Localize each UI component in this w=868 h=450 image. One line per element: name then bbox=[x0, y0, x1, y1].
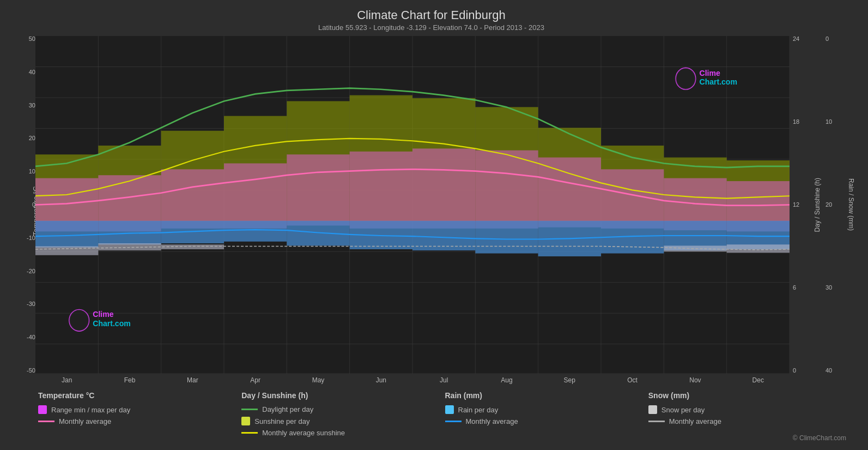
svg-rect-63 bbox=[161, 244, 224, 249]
chart-middle: Temperature °C bbox=[35, 36, 790, 386]
legend-rain-color bbox=[445, 405, 454, 414]
legend-sunshine-bar: Sunshine per day bbox=[241, 417, 445, 425]
legend-snow-title: Snow (mm) bbox=[648, 391, 852, 400]
right-label-rain: Rain / Snow (mm) bbox=[847, 178, 855, 231]
x-tick-sep: Sep bbox=[538, 376, 601, 386]
legend-rain-avg-label: Monthly average bbox=[466, 417, 518, 425]
y-tick-n50: -50 bbox=[27, 368, 35, 374]
legend-rain-bar: Rain per day bbox=[445, 405, 648, 414]
legend-sunshine-color bbox=[241, 417, 250, 425]
y-tick-30: 30 bbox=[29, 103, 35, 109]
x-tick-oct: Oct bbox=[601, 376, 664, 386]
svg-rect-41 bbox=[287, 154, 349, 225]
x-tick-may: May bbox=[287, 376, 349, 386]
svg-point-71 bbox=[676, 68, 695, 89]
chart-subtitle: Latitude 55.923 - Longitude -3.129 - Ele… bbox=[5, 23, 857, 32]
x-tick-jul: Jul bbox=[412, 376, 475, 386]
legend-snow-avg-line bbox=[648, 421, 665, 422]
x-tick-mar: Mar bbox=[161, 376, 224, 386]
main-container: Climate Chart for Edinburgh Latitude 55.… bbox=[0, 0, 868, 450]
legend-daylight-line bbox=[241, 409, 258, 410]
legend-rain: Rain (mm) Rain per day Monthly average bbox=[445, 391, 648, 442]
legend-temp-title: Temperature °C bbox=[38, 391, 241, 400]
legend-rain-avg: Monthly average bbox=[445, 417, 648, 425]
y-tick-50: 50 bbox=[29, 36, 35, 42]
right-rain-tick-10: 10 bbox=[825, 119, 845, 125]
svg-text:Clime: Clime bbox=[700, 68, 720, 77]
svg-rect-40 bbox=[224, 163, 287, 228]
legend-sunshine-avg-line bbox=[241, 432, 258, 434]
y-tick-40: 40 bbox=[29, 69, 35, 75]
legend-daylight-label: Daylight per day bbox=[262, 405, 313, 413]
legend-snow-avg-label: Monthly average bbox=[669, 417, 721, 425]
svg-rect-39 bbox=[161, 169, 224, 229]
y-tick-10: 10 bbox=[29, 169, 35, 175]
svg-rect-52 bbox=[224, 221, 287, 242]
legend-temp-range-color bbox=[38, 405, 47, 414]
legend-temp-range: Range min / max per day bbox=[38, 405, 241, 414]
svg-rect-61 bbox=[35, 247, 98, 255]
legend-rain-avg-line bbox=[445, 421, 462, 422]
right-tick-6: 6 bbox=[793, 285, 811, 291]
y-tick-n20: -20 bbox=[27, 268, 35, 274]
legend-temp-avg-label: Monthly average bbox=[59, 417, 111, 425]
right-rain-tick-40: 40 bbox=[825, 368, 845, 374]
right-tick-24: 24 bbox=[793, 36, 811, 42]
legend-temp-range-label: Range min / max per day bbox=[51, 406, 130, 414]
legend-snow-color bbox=[648, 405, 657, 414]
svg-text:Chart.com: Chart.com bbox=[93, 319, 130, 328]
x-axis: Jan Feb Mar Apr May Jun Jul Aug Sep Oct … bbox=[35, 374, 790, 386]
x-tick-apr: Apr bbox=[224, 376, 287, 386]
legend-rain-label: Rain per day bbox=[458, 406, 499, 414]
legend-snow: Snow (mm) Snow per day Monthly average ©… bbox=[648, 391, 852, 442]
svg-rect-44 bbox=[475, 151, 538, 229]
y-axis-left: 50 40 30 20 10 0 -10 -20 -30 -40 -50 bbox=[5, 36, 35, 386]
legend-temp-avg-line bbox=[38, 421, 54, 422]
chart-area-wrapper: 50 40 30 20 10 0 -10 -20 -30 -40 -50 Tem… bbox=[5, 36, 857, 386]
svg-rect-49 bbox=[35, 221, 98, 248]
legend-snow-label: Snow per day bbox=[661, 406, 705, 414]
svg-rect-45 bbox=[538, 158, 601, 227]
chart-svg: Clime Chart.com Clime Chart.com bbox=[35, 36, 790, 374]
legend: Temperature °C Range min / max per day M… bbox=[5, 386, 857, 445]
right-rain-tick-20: 20 bbox=[825, 202, 845, 208]
legend-sunshine-avg-label: Monthly average sunshine bbox=[262, 429, 345, 437]
right-tick-0: 0 bbox=[793, 368, 811, 374]
legend-sunshine-avg: Monthly average sunshine bbox=[241, 429, 445, 437]
y-tick-n40: -40 bbox=[27, 334, 35, 340]
x-tick-feb: Feb bbox=[98, 376, 161, 386]
legend-sunshine: Day / Sunshine (h) Daylight per day Suns… bbox=[241, 391, 445, 442]
copyright: © ClimeChart.com bbox=[648, 429, 852, 442]
svg-point-67 bbox=[69, 310, 89, 331]
svg-text:Clime: Clime bbox=[93, 309, 113, 319]
svg-text:Chart.com: Chart.com bbox=[700, 77, 737, 87]
x-tick-jan: Jan bbox=[35, 376, 98, 386]
chart-title: Climate Chart for Edinburgh bbox=[5, 8, 857, 22]
svg-rect-64 bbox=[664, 245, 726, 251]
right-tick-18: 18 bbox=[793, 119, 811, 125]
x-tick-nov: Nov bbox=[664, 376, 726, 386]
right-tick-12: 12 bbox=[793, 202, 811, 208]
legend-snow-bar: Snow per day bbox=[648, 405, 852, 414]
legend-sunshine-label: Sunshine per day bbox=[254, 417, 309, 425]
x-tick-jun: Jun bbox=[350, 376, 412, 386]
legend-snow-avg: Monthly average bbox=[648, 417, 852, 425]
chart-svg-container: Clime Chart.com Clime Chart.com bbox=[35, 36, 790, 374]
legend-sunshine-title: Day / Sunshine (h) bbox=[241, 391, 445, 400]
svg-rect-42 bbox=[350, 152, 412, 229]
right-rain-tick-30: 30 bbox=[825, 285, 845, 291]
legend-temperature: Temperature °C Range min / max per day M… bbox=[38, 391, 241, 442]
y-tick-n30: -30 bbox=[27, 301, 35, 307]
x-tick-dec: Dec bbox=[727, 376, 790, 386]
y-tick-20: 20 bbox=[29, 135, 35, 141]
x-tick-aug: Aug bbox=[475, 376, 538, 386]
right-rain-tick-0: 0 bbox=[825, 36, 845, 42]
legend-temp-avg: Monthly average bbox=[38, 417, 241, 425]
svg-rect-65 bbox=[727, 244, 790, 253]
right-axes-container: 24 18 12 6 0 Day / Sunshine (h) 0 10 20 … bbox=[790, 36, 857, 386]
legend-daylight: Daylight per day bbox=[241, 405, 445, 413]
svg-rect-56 bbox=[475, 221, 538, 254]
legend-rain-title: Rain (mm) bbox=[445, 391, 648, 400]
right-label-sunshine: Day / Sunshine (h) bbox=[814, 178, 821, 232]
svg-rect-43 bbox=[412, 148, 475, 229]
